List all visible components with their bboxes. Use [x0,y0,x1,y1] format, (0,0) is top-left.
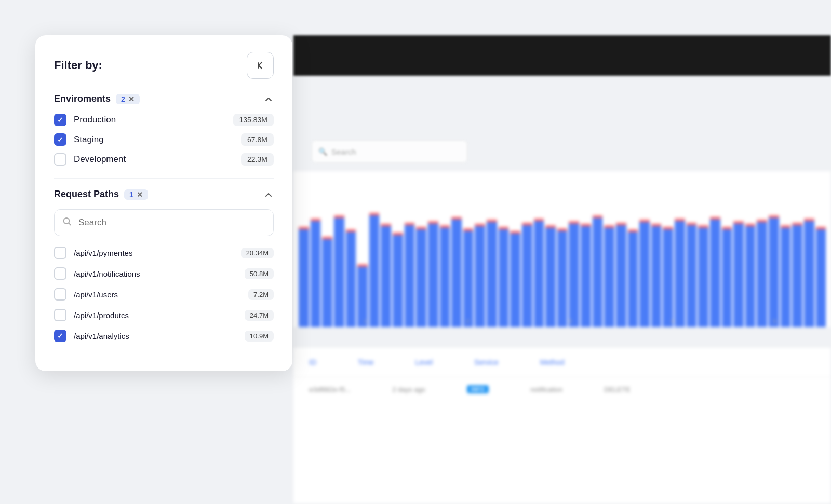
chart-bar [522,223,532,327]
request-paths-clear-button[interactable]: ✕ [137,190,143,199]
paths-search-container [54,209,274,236]
chart-bar-group [322,237,332,327]
environment-checkbox-1[interactable] [54,133,66,146]
chart-bar-group [405,223,415,327]
environments-title-group: Enviroments 2 ✕ [54,93,140,104]
environments-clear-button[interactable]: ✕ [128,95,135,103]
request-paths-count: 1 [129,190,133,199]
chart-bar [381,224,391,327]
chart-bar [510,231,520,327]
svg-rect-0 [258,62,259,69]
path-label-4: /api/v1/analytics [74,332,129,340]
path-label-1: /api/v1/notifications [74,269,140,278]
chart-bar-group [792,223,802,327]
path-checkbox-0[interactable] [54,247,66,259]
background-search-text: Search [331,147,356,156]
chart-bar-group [451,217,462,327]
path-label-0: /api/v1/pymentes [74,249,132,257]
chart-bar-group [816,227,826,327]
chart-bar-group [757,220,767,327]
chart-bar-group [393,233,403,327]
environment-label-2: Development [74,154,126,165]
col-service: Service [474,358,499,366]
chart-bar [639,220,650,327]
chart-bar-group [593,215,603,327]
environment-item: Staging 67.8M [54,133,274,146]
environments-count: 2 [121,95,125,103]
environment-count-0: 135.83M [233,114,274,126]
chart-bar [616,223,626,327]
chart-bar-group [311,219,321,327]
chart-bar-group [639,220,650,327]
request-paths-count-badge[interactable]: 1 ✕ [124,189,148,200]
path-item: /api/v1/analytics 10.9M [54,330,274,342]
top-navigation-bar [293,35,831,76]
chart-bar [722,227,732,327]
collapse-button[interactable] [247,52,274,79]
environments-collapse-button[interactable] [263,94,274,104]
environment-checkbox-2[interactable] [54,153,66,166]
chart-bar-group [781,225,791,327]
chart-bar [745,224,756,327]
chart-bar-group [545,225,556,327]
chart-bar-group [499,227,509,327]
table-row: e3df882e-f5... 2 days ago INFO notificat… [293,377,831,401]
path-checkbox-2[interactable] [54,288,66,301]
chart-bar-group [522,223,532,327]
chart-bar-group [487,220,497,327]
col-id: ID [309,358,316,366]
svg-point-1 [64,218,70,224]
chart-bar-group [534,219,544,327]
chart-bar [687,223,697,327]
chart-bar-group [616,223,626,327]
chart-bar-group [733,221,744,327]
chart-bar-group [804,219,814,327]
chart-bar [499,227,509,327]
chart-bar [416,227,426,327]
chart-bar [299,227,309,327]
environment-item-left: Production [54,114,116,126]
chart-bar [475,224,485,327]
request-paths-collapse-button[interactable] [263,189,274,200]
chart-bar [322,237,332,327]
chart-bar [698,225,708,327]
path-checkbox-4[interactable] [54,330,66,342]
path-item: /api/v1/users 7.2M [54,288,274,301]
cell-time: 2 days ago [392,386,425,393]
environment-item: Development 22.3M [54,153,274,166]
chart-bar-group [675,219,685,327]
path-checkbox-3[interactable] [54,309,66,321]
request-paths-title: Request Paths [54,189,119,200]
cell-level: INFO [467,385,489,393]
environment-label-0: Production [74,115,116,125]
chart-bar [769,215,779,327]
chart-bar-group [569,221,579,327]
chart-bar [757,220,767,327]
paths-search-icon [62,217,72,229]
chart-bar [816,227,826,327]
chart-bar-group [745,224,756,327]
chart-bar [393,233,403,327]
environment-checkbox-0[interactable] [54,114,66,126]
environment-count-1: 67.8M [241,133,274,146]
background-chart-area: 12345 [293,171,831,327]
table-header: ID Time Level Service Method [293,348,831,377]
path-checkbox-1[interactable] [54,267,66,280]
chart-bar [792,223,802,327]
environments-count-badge[interactable]: 2 ✕ [116,94,140,104]
paths-search-input[interactable] [54,209,274,236]
chart-bar-group [710,217,720,327]
path-label-2: /api/v1/users [74,290,118,299]
cell-method: DELETE [604,386,631,393]
section-divider [54,178,274,179]
path-item-left: /api/v1/notifications [54,267,140,280]
path-item: /api/v1/notifications 50.8M [54,267,274,280]
chart-bar-group [628,229,638,327]
chart-bar-group [299,227,309,327]
chart-bar [440,225,450,327]
filter-panel: Filter by: Enviroments 2 ✕ [35,35,292,371]
chart-bar-group [604,225,614,327]
chart-bar-group [381,224,391,327]
chart-bar [545,225,556,327]
chart-bar [733,221,744,327]
